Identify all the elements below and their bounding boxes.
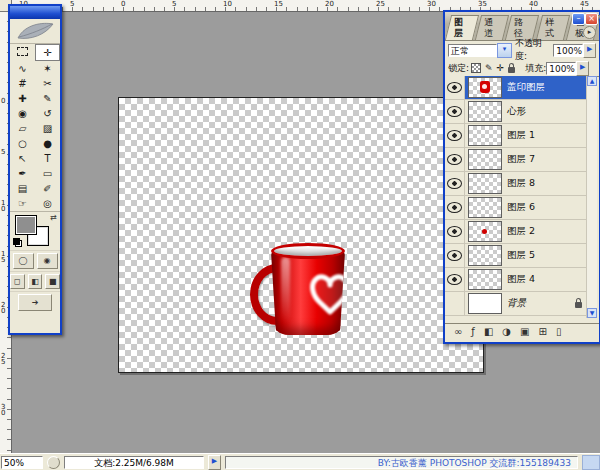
layer-thumbnail[interactable] xyxy=(468,125,502,146)
palette-menu-button[interactable]: ▸ xyxy=(583,26,596,39)
default-colors-icon[interactable] xyxy=(13,238,22,247)
fill-arrow-icon[interactable]: ▶ xyxy=(576,61,589,76)
hand-tool[interactable]: ☞ xyxy=(10,196,35,211)
layer-row[interactable]: 图层 8 xyxy=(445,172,586,196)
swap-colors-icon[interactable]: ⇄ xyxy=(50,213,57,222)
resize-grip[interactable] xyxy=(582,455,600,470)
scroll-up-icon[interactable]: ▲ xyxy=(587,76,597,86)
standard-screen-mode-button[interactable]: ◻ xyxy=(10,274,25,289)
zoom-level-field[interactable]: 50% xyxy=(1,456,43,469)
slice-tool[interactable]: ✂ xyxy=(35,76,60,91)
opacity-arrow-icon[interactable]: ▶ xyxy=(583,43,596,58)
dodge-tool[interactable]: ● xyxy=(35,136,60,151)
close-icon[interactable]: × xyxy=(585,13,598,25)
quick-mask-mode-button[interactable]: ◉ xyxy=(37,253,58,269)
healing-brush-tool[interactable]: ✚ xyxy=(10,91,35,106)
layers-palette[interactable]: – × 图层通道路径样式色板 ▸ 正常 ▾ 不透明度: 100% ▶ 锁定: ✎… xyxy=(443,10,600,344)
lock-position-icon[interactable]: ✛ xyxy=(497,63,505,73)
layer-row[interactable]: 图层 1 xyxy=(445,124,586,148)
layer-row[interactable]: 图层 5 xyxy=(445,244,586,268)
layer-group-icon[interactable]: ▣ xyxy=(520,326,529,338)
layer-thumbnail[interactable] xyxy=(468,77,502,98)
visibility-toggle[interactable] xyxy=(445,124,465,147)
fullscreen-mode-button[interactable]: ■ xyxy=(45,274,60,289)
layers-scrollbar[interactable]: ▲ ▼ xyxy=(586,76,597,318)
layer-mask-icon[interactable]: ◧ xyxy=(484,326,493,338)
path-selection-tool[interactable]: ↖ xyxy=(10,151,35,166)
color-swatch-area: ⇄ xyxy=(10,211,60,250)
shape-tool[interactable]: ▭ xyxy=(35,166,60,181)
visibility-toggle[interactable] xyxy=(445,196,465,219)
visibility-toggle[interactable] xyxy=(445,172,465,195)
document-canvas[interactable] xyxy=(118,97,484,373)
layer-lock-icon xyxy=(575,299,582,308)
brush-tool[interactable]: ✎ xyxy=(35,91,60,106)
tab-图层[interactable]: 图层 xyxy=(445,15,479,40)
visibility-toggle[interactable] xyxy=(445,292,465,315)
layer-thumbnail[interactable] xyxy=(468,293,502,314)
layer-thumbnail[interactable] xyxy=(468,245,502,266)
layer-thumbnail[interactable] xyxy=(468,269,502,290)
eraser-tool[interactable]: ▱ xyxy=(10,121,35,136)
lasso-tool[interactable]: ∿ xyxy=(10,61,35,76)
link-layers-icon[interactable]: ∞ xyxy=(454,326,462,338)
crop-tool[interactable]: # xyxy=(10,76,35,91)
layer-row[interactable]: 盖印图层 xyxy=(445,76,586,100)
blur-tool[interactable]: ○ xyxy=(10,136,35,151)
fill-field[interactable]: 100% xyxy=(546,62,576,75)
adjustment-layer-icon[interactable]: ◑ xyxy=(502,326,511,338)
layer-row[interactable]: 图层 2 xyxy=(445,220,586,244)
document-size-indicator[interactable]: 文档:2.25M/6.98M xyxy=(64,456,204,469)
visibility-toggle[interactable] xyxy=(445,220,465,243)
ruler-tick-label: 30 xyxy=(427,1,436,8)
tab-通道[interactable]: 通道 xyxy=(475,15,509,40)
jump-to-imageready-button[interactable]: ➔ xyxy=(18,294,52,311)
fullscreen-with-menu-button[interactable]: ◧ xyxy=(28,274,43,289)
scroll-down-icon[interactable]: ▼ xyxy=(587,308,597,318)
toolbox-palette[interactable]: ✛∿✶#✂✚✎◉↺▱▨○●↖T✒▭▤✐☞◎ ⇄ ◯◉ ◻◧■ ➔ xyxy=(8,4,62,335)
visibility-toggle[interactable] xyxy=(445,268,465,291)
clone-stamp-tool[interactable]: ◉ xyxy=(10,106,35,121)
visibility-toggle[interactable] xyxy=(445,100,465,123)
magic-wand-tool[interactable]: ✶ xyxy=(35,61,60,76)
delete-layer-icon[interactable]: ▯ xyxy=(556,326,562,338)
chevron-down-icon[interactable]: ▾ xyxy=(497,43,512,58)
layer-row[interactable]: 图层 6 xyxy=(445,196,586,220)
layer-thumbnail[interactable] xyxy=(468,197,502,218)
status-arrow-icon[interactable]: ▶ xyxy=(208,455,221,470)
layer-row[interactable]: 图层 4 xyxy=(445,268,586,292)
visibility-toggle[interactable] xyxy=(445,76,465,99)
notes-tool[interactable]: ▤ xyxy=(10,181,35,196)
layer-row[interactable]: 图层 7 xyxy=(445,148,586,172)
blend-mode-select[interactable]: 正常 xyxy=(448,44,497,57)
toolbox-title-bar[interactable] xyxy=(10,6,60,19)
opacity-field[interactable]: 100% xyxy=(553,44,583,57)
foreground-color-swatch[interactable] xyxy=(15,215,37,235)
ruler-tick-label: 20 xyxy=(325,1,334,8)
layer-style-icon[interactable]: ƒ xyxy=(471,326,475,338)
visibility-toggle[interactable] xyxy=(445,148,465,171)
zoom-tool[interactable]: ◎ xyxy=(35,196,60,211)
type-tool[interactable]: T xyxy=(35,151,60,166)
ruler-tick-label: 3 0 xyxy=(1,404,5,416)
visibility-toggle[interactable] xyxy=(445,244,465,267)
layer-row[interactable]: 背景 xyxy=(445,292,586,316)
layer-thumbnail[interactable] xyxy=(468,173,502,194)
layer-thumbnail[interactable] xyxy=(468,101,502,122)
rectangular-marquee-tool[interactable] xyxy=(10,44,35,59)
ruler-tick-label: 45 xyxy=(580,1,589,8)
gradient-tool[interactable]: ▨ xyxy=(35,121,60,136)
eyedropper-tool[interactable]: ✐ xyxy=(35,181,60,196)
layer-row[interactable]: 心形 xyxy=(445,100,586,124)
lock-transparency-icon[interactable] xyxy=(471,63,481,73)
move-tool[interactable]: ✛ xyxy=(35,44,60,61)
layer-thumbnail[interactable] xyxy=(468,149,502,170)
new-layer-icon[interactable]: ⊞ xyxy=(539,326,547,338)
standard-mode-button[interactable]: ◯ xyxy=(13,253,34,269)
history-brush-tool[interactable]: ↺ xyxy=(35,106,60,121)
layer-thumbnail[interactable] xyxy=(468,221,502,242)
lock-all-icon[interactable] xyxy=(508,64,515,73)
pen-tool[interactable]: ✒ xyxy=(10,166,35,181)
minimize-button[interactable]: – xyxy=(572,13,585,25)
lock-pixels-icon[interactable]: ✎ xyxy=(485,63,493,73)
